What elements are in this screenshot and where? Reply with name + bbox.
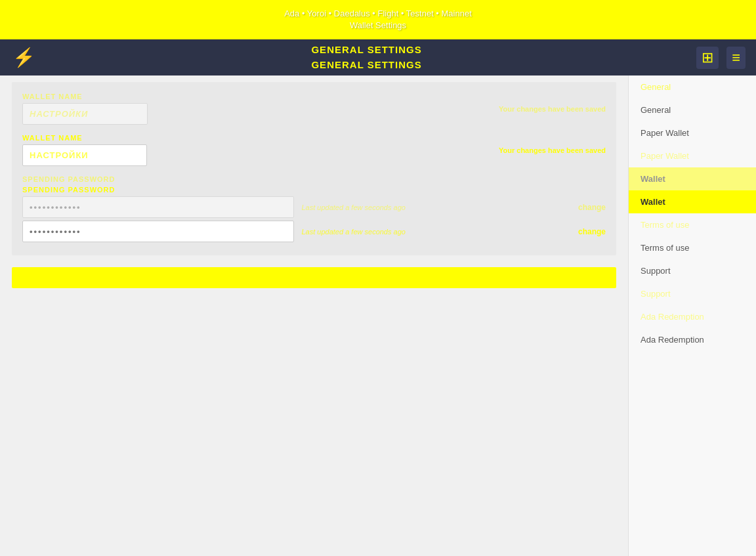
navbar: ⚡ GENERAL SETTINGS GENERAL SETTINGS ⊞ ≡ [0,39,756,75]
sidebar-item-ada-redemption[interactable]: Ada Redemption [629,328,756,351]
wallet-name-row: WALLET NAME Your changes have been saved [22,134,606,166]
password-ghost-row: Last updated a few seconds ago change [22,196,606,218]
spending-password-section: SPENDING PASSWORD SPENDING PASSWORD Last… [22,175,606,242]
logo[interactable]: ⚡ [10,45,37,71]
password-updated-ghost: Last updated a few seconds ago [299,203,562,211]
change-password-btn[interactable]: change [566,227,606,236]
content-area: WALLET NAME Your changes have been saved… [0,75,628,556]
wallet-name-ghost-row: WALLET NAME Your changes have been saved [22,93,606,125]
sidebar-item-paper-wallet-ghost[interactable]: Paper Wallet [629,144,756,167]
banner-line1: Ada • Yoroi • Daedalus • Flight • Testne… [284,8,472,20]
spending-password-label: SPENDING PASSWORD [22,186,606,194]
navbar-title-container: GENERAL SETTINGS GENERAL SETTINGS [37,43,696,72]
banner-line2: Wallet Settings [350,20,406,32]
wallet-name-status: Your changes have been saved [488,146,606,154]
password-updated: Last updated a few seconds ago [299,228,562,236]
wallet-name-section: WALLET NAME Your changes have been saved [22,134,606,166]
navbar-title1: GENERAL SETTINGS [37,43,696,58]
sidebar-item-terms[interactable]: Terms of use [629,236,756,259]
navbar-title2: GENERAL SETTINGS [37,58,696,73]
settings-panel: WALLET NAME Your changes have been saved… [12,82,616,255]
top-banner: Ada • Yoroi • Daedalus • Flight • Testne… [0,0,756,39]
wallet-icon[interactable]: ⊞ [696,47,719,69]
sidebar-item-terms-ghost[interactable]: Terms of use [629,213,756,236]
spending-password-input-ghost[interactable] [22,196,294,218]
sidebar: General General Paper Wallet Paper Walle… [628,75,756,556]
wallet-name-input-ghost[interactable] [22,103,148,125]
wallet-name-label-ghost: WALLET NAME [22,93,482,100]
sidebar-item-paper-wallet[interactable]: Paper Wallet [629,121,756,144]
password-active-row: Last updated a few seconds ago change [22,221,606,242]
wallet-name-input[interactable] [22,144,147,166]
main-layout: WALLET NAME Your changes have been saved… [0,75,756,556]
sidebar-item-ada-redemption-ghost[interactable]: Ada Redemption [629,305,756,328]
spending-password-label-ghost: SPENDING PASSWORD [22,175,606,183]
save-bar[interactable] [12,267,616,288]
spending-password-input[interactable] [22,221,294,242]
navbar-icons: ⊞ ≡ [696,47,746,69]
wallet-name-ghost-section: WALLET NAME Your changes have been saved [22,93,606,125]
sidebar-item-wallet-ghost[interactable]: Wallet [629,167,756,190]
wallet-name-status-ghost: Your changes have been saved [488,105,606,113]
sidebar-item-general[interactable]: General [629,98,756,121]
change-password-btn-ghost[interactable]: change [566,203,606,212]
logo-icon: ⚡ [12,47,35,68]
sidebar-item-support-ghost[interactable]: Support [629,282,756,305]
settings-icon[interactable]: ≡ [726,47,746,69]
wallet-name-label: WALLET NAME [22,134,482,142]
sidebar-item-support[interactable]: Support [629,259,756,282]
sidebar-item-general-ghost[interactable]: General [629,75,756,98]
sidebar-item-wallet[interactable]: Wallet [629,190,756,213]
